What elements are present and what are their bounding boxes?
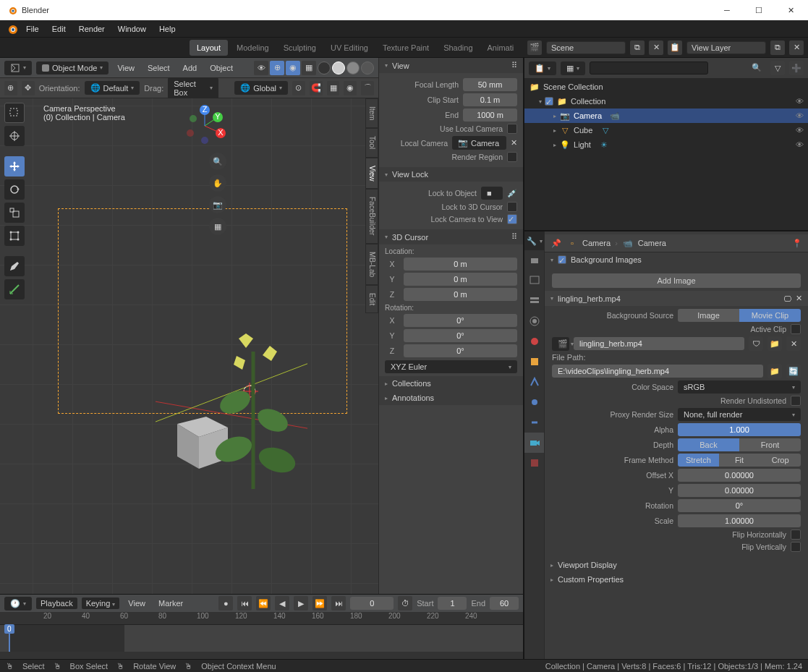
zoom-viewport-icon[interactable]: 🔍 <box>209 153 226 170</box>
close-button[interactable]: ✕ <box>779 1 802 19</box>
cursor-loc-z-input[interactable] <box>404 288 517 301</box>
menu-help[interactable]: Help <box>153 22 182 35</box>
bgsource-image-button[interactable]: Image <box>678 309 739 322</box>
render-undistorted-checkbox[interactable] <box>791 396 801 406</box>
flip-horizontal-checkbox[interactable] <box>791 529 801 540</box>
viewlayer-browse-icon[interactable]: 📋 <box>668 41 682 55</box>
pin-replace-icon[interactable]: 📍 <box>792 239 802 248</box>
clip-name-input[interactable] <box>574 337 744 350</box>
custom-properties-header[interactable]: ▸Custom Properties <box>545 572 808 587</box>
render-region-checkbox[interactable] <box>507 152 517 162</box>
minimize-button[interactable]: ─ <box>715 1 739 19</box>
proportional-toggle-icon[interactable]: ◉ <box>344 81 357 95</box>
move-tool-hdr-icon[interactable]: ✥ <box>22 81 35 95</box>
proxy-size-dropdown[interactable]: None, full render▾ <box>678 408 801 421</box>
menu-edit[interactable]: Edit <box>46 22 72 35</box>
vp-menu-add[interactable]: Add <box>179 61 202 75</box>
clip-fake-user-icon[interactable]: 🛡 <box>749 336 763 351</box>
workspace-animation[interactable]: Animati <box>480 40 522 56</box>
bgsource-movieclip-button[interactable]: Movie Clip <box>739 309 801 322</box>
select-box-tool[interactable] <box>4 103 25 123</box>
cursor-loc-y-input[interactable] <box>404 273 517 286</box>
scale-tool[interactable] <box>4 203 25 223</box>
props-tab-data-camera[interactable] <box>524 433 544 453</box>
jump-start-icon[interactable]: ⏮ <box>237 596 252 611</box>
props-tab-texture[interactable] <box>524 453 544 473</box>
timeline-ruler[interactable]: 20 40 60 80 100 120 140 160 180 200 220 … <box>0 612 523 625</box>
visibility-eye-icon[interactable]: 👁 <box>796 111 804 120</box>
menu-window[interactable]: Window <box>112 22 152 35</box>
properties-editor-type-dropdown[interactable]: 🔧▾ <box>524 231 544 250</box>
bg-remove-icon[interactable]: ✕ <box>796 294 802 303</box>
move-tool[interactable] <box>4 156 25 176</box>
filepath-reload-icon[interactable]: 🔄 <box>786 364 801 378</box>
interaction-mode-dropdown[interactable]: Object Mode▾ <box>36 61 109 75</box>
timeline-view-menu[interactable]: View <box>124 597 150 610</box>
npanel-tab-tool[interactable]: Tool <box>365 128 378 157</box>
vp-menu-object[interactable]: Object <box>205 61 237 75</box>
workspace-layout[interactable]: Layout <box>190 40 228 56</box>
vp-menu-select[interactable]: Select <box>143 61 174 75</box>
timeline-track-area[interactable] <box>0 625 523 652</box>
npanel-annotations-header[interactable]: ▸Annotations <box>379 391 523 405</box>
timeline-keying-menu[interactable]: Keying ▾ <box>82 597 120 609</box>
colorspace-dropdown[interactable]: sRGB▾ <box>678 380 801 394</box>
workspace-shading[interactable]: Shading <box>436 40 480 56</box>
npanel-tab-view[interactable]: View <box>365 158 378 190</box>
timeline-playback-menu[interactable]: Playback <box>36 597 77 609</box>
menu-file[interactable]: File <box>20 22 45 35</box>
shade-matprev-icon[interactable] <box>346 61 360 75</box>
jump-end-icon[interactable]: ⏭ <box>331 596 346 611</box>
rotate-tool[interactable] <box>4 179 25 200</box>
framemethod-fit-button[interactable]: Fit <box>719 454 760 467</box>
shade-rendered-icon[interactable] <box>361 61 374 75</box>
scene-browse-icon[interactable]: 🎬 <box>527 41 542 55</box>
lock-camera-view-checkbox[interactable]: ✓ <box>507 214 517 224</box>
props-breadcrumb-1[interactable]: Camera <box>582 239 611 247</box>
pin-icon[interactable]: 📌 <box>550 237 562 249</box>
filepath-browse-icon[interactable]: 📁 <box>767 364 782 378</box>
filepath-input[interactable] <box>552 365 763 378</box>
props-tab-viewlayer[interactable] <box>524 291 544 311</box>
offset-x-input[interactable] <box>678 469 801 482</box>
npanel-tab-edit[interactable]: Edit <box>365 285 378 313</box>
viewlayer-delete-icon[interactable]: ✕ <box>789 41 804 55</box>
pan-viewport-icon[interactable]: ✋ <box>209 174 226 192</box>
vp-menu-view[interactable]: View <box>113 61 139 75</box>
viewlayer-copy-icon[interactable]: ⧉ <box>770 41 785 55</box>
framemethod-crop-button[interactable]: Crop <box>760 454 801 467</box>
bgimage-subpanel-header[interactable]: ▾lingling_herb.mp4 🖵 ✕ <box>545 291 808 306</box>
npanel-view-header[interactable]: ▾View⠿ <box>379 58 523 73</box>
jump-prev-key-icon[interactable]: ⏪ <box>256 596 271 611</box>
flip-vertical-checkbox[interactable] <box>791 542 801 552</box>
clip-open-icon[interactable]: 📁 <box>767 336 782 351</box>
snap-element-dropdown-icon[interactable]: ▦ <box>327 81 340 95</box>
visibility-eye-icon[interactable]: 👁 <box>796 97 804 106</box>
clear-local-camera-icon[interactable]: ✕ <box>511 138 517 148</box>
props-breadcrumb-2[interactable]: Camera <box>638 239 666 247</box>
npanel-tab-item[interactable]: Item <box>365 98 378 128</box>
outliner-scene-collection[interactable]: 📁 Scene Collection <box>524 80 808 94</box>
snap-toggle-icon[interactable]: 🧲 <box>310 81 323 95</box>
outliner-item-light[interactable]: ▸ 💡 Light ☀ 👁 <box>524 137 808 152</box>
transform-tool[interactable] <box>4 226 25 246</box>
workspace-texture[interactable]: Texture Paint <box>375 40 436 56</box>
frame-end-input[interactable] <box>490 597 519 610</box>
rotation-input[interactable] <box>678 499 801 512</box>
lock-3d-cursor-checkbox[interactable] <box>507 202 517 212</box>
cursor-loc-x-input[interactable] <box>404 258 517 271</box>
annotate-tool[interactable] <box>4 256 25 276</box>
props-tab-output[interactable] <box>524 271 544 291</box>
eyedropper-icon[interactable]: 💉 <box>507 189 517 198</box>
offset-y-input[interactable] <box>678 484 801 497</box>
use-local-camera-checkbox[interactable] <box>507 124 517 134</box>
drag-dropdown[interactable]: Select Box▾ <box>168 77 218 99</box>
outliner-editor-type-dropdown[interactable]: 📋▾ <box>529 61 556 75</box>
outliner-item-camera[interactable]: ▸ 📷 Camera 📹 👁 <box>524 109 808 123</box>
timeline-playhead[interactable] <box>9 625 10 652</box>
perspective-toggle-icon[interactable]: ▦ <box>209 218 226 235</box>
axis-gizmo[interactable]: X Y Z <box>183 104 226 148</box>
collection-enable-checkbox[interactable]: ✓ <box>545 97 553 106</box>
jump-next-key-icon[interactable]: ⏩ <box>312 596 327 611</box>
current-frame-input[interactable] <box>350 597 394 610</box>
